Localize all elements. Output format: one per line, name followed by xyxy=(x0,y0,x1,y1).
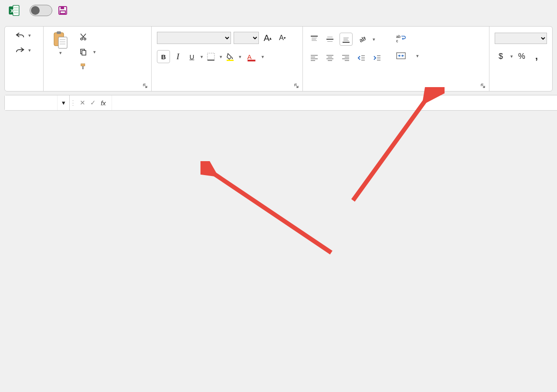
align-right-icon[interactable] xyxy=(340,52,352,64)
align-middle-icon[interactable] xyxy=(324,33,336,45)
svg-rect-18 xyxy=(82,51,86,55)
currency-icon[interactable]: $ xyxy=(495,50,507,62)
increase-indent-icon[interactable] xyxy=(371,52,383,64)
number-format-select[interactable] xyxy=(495,33,547,44)
chevron-down-icon: ▾ xyxy=(509,54,513,59)
svg-rect-20 xyxy=(207,53,214,60)
chevron-down-icon: ▾ xyxy=(238,54,241,60)
orientation-icon[interactable]: ab xyxy=(356,33,368,45)
borders-button[interactable] xyxy=(205,51,217,63)
percent-icon[interactable]: % xyxy=(516,50,528,62)
decrease-font-icon[interactable]: A▾ xyxy=(276,32,289,44)
chevron-down-icon: ▾ xyxy=(58,50,62,56)
excel-logo-icon: X xyxy=(8,4,20,17)
svg-rect-2 xyxy=(14,7,18,8)
font-name-select[interactable] xyxy=(157,32,231,44)
underline-button[interactable]: U xyxy=(186,51,198,63)
copy-button[interactable]: ▾ xyxy=(77,47,98,57)
chevron-down-icon: ▾ xyxy=(261,54,264,60)
increase-font-icon[interactable]: A▴ xyxy=(262,32,274,44)
chevron-down-icon: ▾ xyxy=(219,54,222,60)
chevron-down-icon[interactable]: ▾ xyxy=(57,95,69,110)
cancel-formula-icon[interactable]: ✕ xyxy=(78,98,87,108)
svg-text:c: c xyxy=(396,39,398,43)
svg-text:ab: ab xyxy=(358,35,367,44)
svg-rect-4 xyxy=(14,12,18,14)
svg-rect-10 xyxy=(57,31,61,34)
enter-formula-icon[interactable]: ✓ xyxy=(88,98,98,108)
chevron-down-icon: ▾ xyxy=(415,53,419,59)
cut-button[interactable] xyxy=(77,32,98,42)
align-top-icon[interactable] xyxy=(308,33,320,45)
svg-rect-8 xyxy=(60,11,65,14)
svg-rect-7 xyxy=(61,7,64,9)
chevron-down-icon: ▾ xyxy=(27,47,31,53)
svg-text:X: X xyxy=(10,8,14,14)
svg-line-56 xyxy=(211,172,331,253)
dialog-launcher-icon[interactable] xyxy=(294,82,300,88)
merge-center-button[interactable]: ▾ xyxy=(394,50,421,61)
bold-button[interactable]: B xyxy=(157,50,170,63)
align-bottom-icon[interactable] xyxy=(340,33,353,46)
svg-rect-22 xyxy=(227,60,234,61)
fx-icon[interactable]: fx xyxy=(98,98,108,108)
chevron-down-icon: ▾ xyxy=(27,33,31,38)
align-center-icon[interactable] xyxy=(324,52,336,64)
wrap-text-button[interactable]: abc xyxy=(394,33,421,44)
svg-rect-11 xyxy=(58,37,67,48)
annotation-arrow xyxy=(200,161,340,261)
save-icon[interactable] xyxy=(58,5,68,16)
undo-button[interactable]: ▾ xyxy=(13,30,34,41)
redo-button[interactable]: ▾ xyxy=(13,45,34,55)
fill-color-button[interactable] xyxy=(224,51,236,63)
dialog-launcher-icon[interactable] xyxy=(143,82,149,88)
autosave-toggle[interactable] xyxy=(30,5,52,16)
paste-button[interactable]: ▾ xyxy=(49,30,71,57)
italic-button[interactable]: I xyxy=(172,51,184,63)
formula-input[interactable] xyxy=(112,95,557,110)
svg-rect-3 xyxy=(14,10,18,11)
format-painter-button[interactable] xyxy=(77,61,98,72)
dialog-launcher-icon[interactable] xyxy=(480,82,486,88)
svg-line-57 xyxy=(353,98,427,200)
align-left-icon[interactable] xyxy=(308,52,320,64)
svg-rect-19 xyxy=(81,64,85,66)
comma-icon[interactable]: , xyxy=(530,50,543,62)
name-box[interactable] xyxy=(5,95,57,110)
decrease-indent-icon[interactable] xyxy=(355,52,367,64)
chevron-down-icon: ▾ xyxy=(200,54,203,60)
svg-text:ab: ab xyxy=(396,34,401,39)
font-size-select[interactable] xyxy=(234,32,259,44)
chevron-down-icon: ▾ xyxy=(372,37,375,42)
chevron-down-icon: ▾ xyxy=(92,49,96,55)
